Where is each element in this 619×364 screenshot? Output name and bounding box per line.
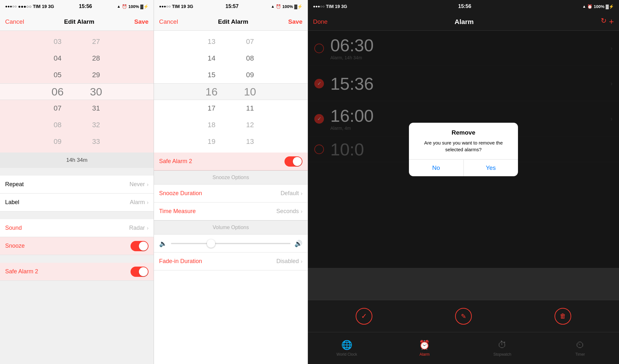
carrier-info-3: ●●●○○ TIM 19 3G (313, 4, 347, 9)
safe-alarm-row[interactable]: Safe Alarm 2 (0, 263, 154, 281)
cancel-button-2[interactable]: Cancel (159, 18, 178, 25)
time-measure-row[interactable]: Time Measure Seconds › (154, 203, 308, 220)
p2-min-09[interactable]: 09 (241, 67, 260, 83)
volume-options-header: Volume Options (154, 220, 308, 235)
snooze-duration-text: Default (281, 190, 299, 197)
p2-hour-19[interactable]: 19 (202, 133, 221, 150)
alarm-icon-2: ⏰ (276, 4, 281, 9)
min-29[interactable]: 29 (87, 67, 106, 83)
time-remaining-1: 14h 34m (0, 153, 154, 168)
snooze-toggle[interactable] (131, 241, 148, 251)
signal-icon-1: ●●●○○ (5, 4, 17, 9)
label-label: Label (5, 199, 19, 206)
hour-03[interactable]: 03 (48, 33, 67, 50)
label-row[interactable]: Label Alarm › (0, 194, 154, 211)
snooze-duration-label: Snooze Duration (159, 190, 202, 197)
p2-hour-13[interactable]: 13 (202, 33, 221, 50)
battery-pct-3: 100% (594, 4, 604, 9)
hour-05[interactable]: 05 (48, 67, 67, 83)
modal-yes-button[interactable]: Yes (464, 160, 518, 176)
min-33[interactable]: 33 (87, 133, 106, 150)
cancel-button-1[interactable]: Cancel (5, 18, 24, 25)
battery-pct-1: 100% (128, 4, 139, 9)
tab-timer[interactable]: ⏲ Timer (541, 340, 619, 357)
sound-row[interactable]: Sound Radar › (0, 219, 154, 237)
gps-icon-2: ▲ (271, 4, 275, 9)
safe-alarm-toggle[interactable] (131, 267, 148, 277)
delete-icon: 🗑 (560, 312, 566, 320)
timer-label: Timer (575, 352, 585, 357)
min-31[interactable]: 31 (87, 100, 106, 117)
status-icons-1: ▲ ⏰ 100% ▓⚡ (117, 4, 148, 9)
carrier-name-1: ●●●○○ TIM 19 (18, 4, 47, 9)
alarm-icon-1: ⏰ (122, 4, 127, 9)
battery-icon-3: ▓⚡ (606, 4, 614, 9)
p2-min-07[interactable]: 07 (241, 33, 260, 50)
repeat-row[interactable]: Repeat Never › (0, 176, 154, 194)
settings-list-1: Repeat Never › Label Alarm › Sound Radar… (0, 168, 154, 364)
repeat-value: Never › (130, 181, 148, 188)
fade-in-row[interactable]: Fade-in Duration Disabled › (154, 252, 308, 270)
alarm-list: 06:30 Alarm, 14h 34m › ✓ 15:36 › Remove … (308, 31, 619, 300)
add-alarm-icon[interactable]: + (609, 17, 614, 27)
tab-alarm[interactable]: ⏰ Alarm (386, 340, 464, 357)
check-alarms-button[interactable]: ✓ (356, 308, 372, 325)
time-picker-1[interactable]: 03 04 05 06 07 08 09 27 28 29 30 31 32 3… (0, 31, 154, 153)
hour-07[interactable]: 07 (48, 100, 67, 117)
p2-min-12[interactable]: 12 (241, 117, 260, 133)
tab-world-clock[interactable]: 🌐 World Clock (308, 340, 386, 357)
p2-hour-18[interactable]: 18 (202, 117, 221, 133)
p2-min-08[interactable]: 08 (241, 50, 260, 67)
p2-min-13[interactable]: 13 (241, 133, 260, 150)
p2-hour-14[interactable]: 14 (202, 50, 221, 67)
edit-icon-circle: ✎ (455, 308, 472, 325)
delete-icon-circle: 🗑 (555, 308, 571, 325)
p2-hour-17[interactable]: 17 (202, 100, 221, 117)
snooze-duration-chevron: › (301, 191, 302, 196)
hour-09[interactable]: 09 (48, 133, 67, 150)
min-28[interactable]: 28 (87, 50, 106, 67)
delete-alarm-button[interactable]: 🗑 (555, 308, 571, 325)
status-bar-2: ●●●○○ TIM 19 3G 15:57 ▲ ⏰ 100% ▓⚡ (154, 0, 308, 13)
stopwatch-label: Stopwatch (493, 352, 511, 357)
remove-modal: Remove Are you sure you want to remove t… (409, 123, 518, 176)
time-picker-2[interactable]: 13 14 15 16 17 18 19 07 08 09 10 11 12 1… (154, 31, 308, 153)
edit-alarm-button[interactable]: ✎ (455, 308, 472, 325)
edit-icon: ✎ (461, 312, 466, 320)
snooze-duration-row[interactable]: Snooze Duration Default › (154, 185, 308, 203)
p2-safe-alarm-row[interactable]: Safe Alarm 2 (154, 153, 308, 170)
p2-hour-15[interactable]: 15 (202, 67, 221, 83)
hour-04[interactable]: 04 (48, 50, 67, 67)
check-icon-circle: ✓ (356, 308, 372, 325)
refresh-icon[interactable]: ↻ (601, 17, 606, 27)
nav-bar-1: Cancel Edit Alarm Save (0, 13, 154, 31)
save-button-1[interactable]: Save (134, 18, 148, 25)
check-icon: ✓ (361, 312, 367, 320)
battery-pct-2: 100% (282, 4, 293, 9)
min-32[interactable]: 32 (87, 117, 106, 133)
modal-no-button[interactable]: No (409, 160, 464, 176)
volume-row[interactable]: 🔈 🔊 (154, 235, 308, 252)
tab-stopwatch[interactable]: ⏱ Stopwatch (463, 340, 541, 357)
done-button-3[interactable]: Done (313, 18, 327, 25)
snooze-row[interactable]: Snooze (0, 237, 154, 255)
volume-thumb[interactable] (207, 239, 215, 248)
min-27[interactable]: 27 (87, 33, 106, 50)
picker-highlight-2 (154, 83, 308, 100)
label-value: Alarm › (130, 199, 148, 206)
battery-icon-1: ▓⚡ (140, 4, 148, 9)
signal-icon-2: ●●●○○ (159, 4, 171, 9)
alarm-tab-icon: ⏰ (419, 340, 430, 350)
p2-min-11[interactable]: 11 (241, 100, 260, 117)
safe-alarm-label: Safe Alarm 2 (5, 268, 38, 275)
volume-track[interactable] (171, 243, 291, 244)
network-type-1: 3G (48, 4, 54, 9)
save-button-2[interactable]: Save (288, 18, 302, 25)
fade-in-label: Fade-in Duration (159, 258, 202, 265)
carrier-name-2: TIM 19 (172, 4, 186, 9)
repeat-chevron: › (147, 182, 148, 187)
snooze-options-text: Snooze Options (213, 175, 249, 180)
hour-08[interactable]: 08 (48, 117, 67, 133)
panel1: ●●●○○ ●●●○○ TIM 19 3G 15:56 ▲ ⏰ 100% ▓⚡ … (0, 0, 154, 364)
p2-safe-alarm-toggle[interactable] (284, 156, 302, 167)
